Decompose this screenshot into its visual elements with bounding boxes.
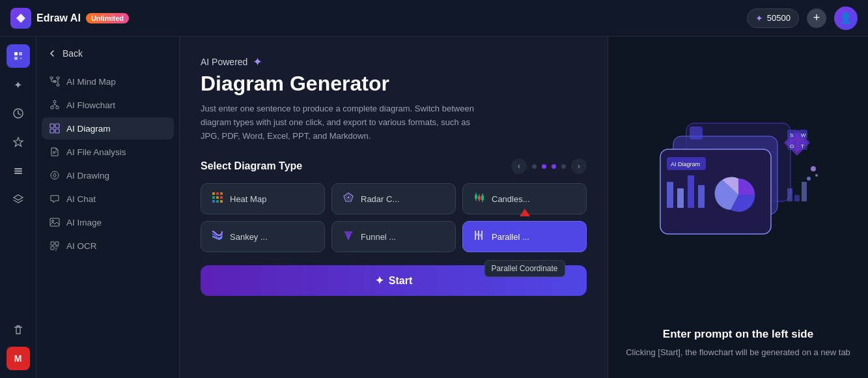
svg-rect-1 xyxy=(19,52,22,55)
svg-point-21 xyxy=(51,171,59,179)
candles-icon xyxy=(473,192,485,206)
icon-bar-stack[interactable] xyxy=(7,188,30,211)
diagram-btn-heat-map[interactable]: Heat Map xyxy=(201,183,325,214)
left-sidebar: Back AI Mind Map AI Flowchart xyxy=(36,36,180,378)
drawing-label: AI Drawing xyxy=(66,171,109,181)
icon-bar-layers[interactable] xyxy=(7,159,30,182)
svg-text:AI Diagram: AI Diagram xyxy=(671,161,700,167)
app-logo: Edraw AI Unlimited xyxy=(10,8,129,29)
diagram-btn-parallel[interactable]: Parallel ... xyxy=(462,221,587,252)
carousel-dot-2[interactable] xyxy=(542,164,546,169)
tooltip-box: Parallel Coordinate xyxy=(484,260,565,277)
icon-bar: + ✦ xyxy=(0,36,36,378)
back-button[interactable]: Back xyxy=(42,44,174,63)
diagram-btn-radar[interactable]: Radar C... xyxy=(331,183,456,214)
sankey-icon xyxy=(212,229,223,244)
topbar: Edraw AI Unlimited ✦ 50500 + 👤 xyxy=(0,0,868,36)
chat-label: AI Chat xyxy=(66,194,96,204)
sidebar-item-flowchart[interactable]: AI Flowchart xyxy=(42,94,174,116)
svg-rect-18 xyxy=(55,124,59,128)
diagram-btn-sankey[interactable]: Sankey ... xyxy=(201,221,325,252)
tooltip-text: Parallel Coordinate xyxy=(491,264,557,273)
chat-icon xyxy=(49,194,60,204)
mind-map-label: AI Mind Map xyxy=(66,77,116,87)
svg-rect-70 xyxy=(787,188,792,201)
page-description: Just enter one sentence to produce a com… xyxy=(201,102,487,143)
heat-map-label: Heat Map xyxy=(230,194,266,204)
svg-point-69 xyxy=(807,177,811,181)
svg-rect-10 xyxy=(50,77,53,79)
svg-rect-25 xyxy=(55,242,59,245)
icon-bar-trash[interactable] xyxy=(7,318,30,342)
svg-point-38 xyxy=(348,197,350,199)
svg-rect-31 xyxy=(216,196,219,199)
credits-button[interactable]: ✦ 50500 xyxy=(747,8,799,28)
carousel-dot-1[interactable] xyxy=(532,164,537,169)
svg-rect-59 xyxy=(667,182,673,208)
svg-rect-32 xyxy=(220,196,223,199)
svg-rect-71 xyxy=(794,195,800,201)
sidebar-item-file-analysis[interactable]: AI File Analysis xyxy=(42,141,174,163)
svg-rect-2 xyxy=(14,57,18,60)
sidebar-item-drawing[interactable]: AI Drawing xyxy=(42,164,174,186)
svg-rect-30 xyxy=(212,196,215,199)
icon-bar-plus[interactable]: + xyxy=(7,44,30,68)
ai-sparkle-icon: ✦ xyxy=(14,79,22,91)
logo-icon xyxy=(10,8,31,29)
sidebar-item-diagram[interactable]: AI Diagram xyxy=(42,117,174,139)
start-icon: ✦ xyxy=(375,274,384,287)
select-type-label: Select Diagram Type xyxy=(201,160,302,172)
svg-rect-62 xyxy=(698,185,705,208)
funnel-icon xyxy=(343,229,354,244)
add-button[interactable]: + xyxy=(807,8,826,28)
svg-point-23 xyxy=(52,220,54,222)
drawing-icon xyxy=(49,170,60,181)
carousel-next[interactable]: › xyxy=(571,158,587,174)
icon-bar-star[interactable] xyxy=(7,130,30,154)
svg-rect-43 xyxy=(478,196,481,199)
image-label: AI Image xyxy=(66,218,102,227)
app-name: Edraw AI xyxy=(36,12,81,24)
icon-bar-ai[interactable]: ✦ xyxy=(7,73,30,96)
tooltip-arrow xyxy=(520,209,530,216)
carousel-dot-4[interactable] xyxy=(561,164,566,169)
diagram-type-grid: Heat Map Radar C... xyxy=(201,183,587,252)
sidebar-item-image[interactable]: AI Image xyxy=(42,211,174,233)
icon-bar-clock[interactable] xyxy=(7,102,30,125)
mind-map-icon xyxy=(49,76,60,87)
svg-rect-35 xyxy=(220,200,223,203)
right-panel: AI Diagram xyxy=(608,36,868,378)
svg-text:S: S xyxy=(790,132,793,138)
svg-rect-15 xyxy=(51,106,53,109)
content-area: AI Powered ✦ Diagram Generator Just ente… xyxy=(180,36,608,378)
main-area: + ✦ xyxy=(0,36,868,378)
ocr-label: AI OCR xyxy=(66,241,97,251)
svg-rect-60 xyxy=(677,188,684,208)
parallel-wrapper: Parallel ... Parallel Coordinate xyxy=(462,221,587,252)
svg-rect-33 xyxy=(212,200,215,203)
file-analysis-label: AI File Analysis xyxy=(66,147,126,157)
user-avatar[interactable]: 👤 xyxy=(834,7,858,30)
svg-rect-72 xyxy=(802,182,807,201)
diagram-label: AI Diagram xyxy=(66,124,111,134)
svg-rect-64 xyxy=(690,126,703,139)
svg-rect-29 xyxy=(220,192,223,195)
ai-powered-label: AI Powered ✦ xyxy=(201,55,587,69)
topbar-right: ✦ 50500 + 👤 xyxy=(747,7,858,30)
user-initial-badge[interactable]: M xyxy=(7,347,30,370)
sidebar-item-chat[interactable]: AI Chat xyxy=(42,188,174,210)
svg-rect-24 xyxy=(51,242,54,245)
sidebar-item-ocr[interactable]: AI OCR xyxy=(42,235,174,257)
diagram-btn-funnel[interactable]: Funnel ... xyxy=(331,221,456,252)
svg-rect-27 xyxy=(212,192,215,195)
svg-text:W: W xyxy=(801,132,806,138)
candles-label: Candles... xyxy=(492,194,530,204)
carousel-prev[interactable]: ‹ xyxy=(511,158,527,174)
svg-rect-13 xyxy=(57,84,59,86)
svg-point-68 xyxy=(815,174,818,177)
svg-rect-34 xyxy=(216,200,219,203)
sidebar-item-mind-map[interactable]: AI Mind Map xyxy=(42,70,174,93)
ai-powered-text: AI Powered xyxy=(201,57,247,67)
carousel-dot-3[interactable] xyxy=(552,164,556,169)
flowchart-icon xyxy=(49,100,60,110)
